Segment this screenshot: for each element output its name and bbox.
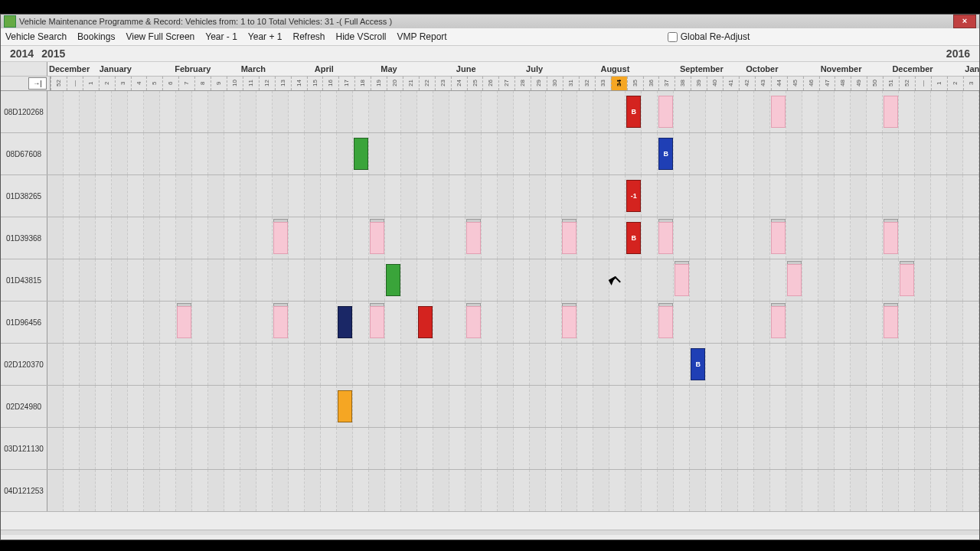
grid-cell[interactable]	[289, 133, 305, 174]
grid-cell[interactable]	[899, 302, 915, 343]
grid-cell[interactable]	[963, 470, 979, 511]
grid-cell[interactable]	[626, 470, 642, 511]
schedule-block[interactable]: B	[626, 222, 641, 254]
grid-cell[interactable]	[433, 133, 449, 174]
grid-cell[interactable]	[530, 386, 546, 427]
grid-cell[interactable]	[947, 428, 963, 469]
grid-cell[interactable]	[224, 470, 240, 511]
grid-cell[interactable]	[754, 259, 770, 301]
vehicle-id[interactable]: 08D67608	[1, 133, 47, 174]
grid-cell[interactable]	[128, 428, 144, 469]
vehicle-id[interactable]: 02D24980	[1, 386, 47, 427]
grid-cell[interactable]	[963, 91, 979, 132]
grid-cell[interactable]	[754, 386, 770, 427]
grid-cell[interactable]	[176, 217, 192, 259]
grid-cell[interactable]	[609, 259, 626, 301]
week-cell[interactable]: 43	[755, 77, 771, 90]
grid-cell[interactable]	[851, 175, 867, 217]
grid-cell[interactable]	[192, 470, 208, 511]
grid-cell[interactable]	[321, 344, 337, 385]
grid-cell[interactable]	[593, 344, 609, 385]
week-cell[interactable]: 44	[771, 77, 787, 90]
grid-cell[interactable]	[754, 302, 770, 343]
grid-cell[interactable]	[642, 217, 658, 259]
grid-cell[interactable]	[546, 428, 562, 469]
grid-cell[interactable]	[47, 217, 64, 259]
grid-cell[interactable]	[754, 470, 770, 511]
grid-cell[interactable]	[609, 386, 626, 427]
week-cell[interactable]: 3	[115, 77, 131, 90]
grid-cell[interactable]	[47, 344, 64, 385]
grid-cell[interactable]	[273, 428, 289, 469]
week-cell[interactable]: 38	[675, 77, 691, 90]
menu-view-full-screen[interactable]: View Full Screen	[126, 31, 194, 42]
grid-cell[interactable]	[562, 133, 578, 174]
grid-cell[interactable]	[273, 470, 289, 511]
grid-cell[interactable]	[192, 91, 208, 132]
grid-cell[interactable]	[706, 91, 722, 132]
week-cell[interactable]: 41	[723, 77, 739, 90]
grid-cell[interactable]	[802, 175, 818, 217]
grid-cell[interactable]	[256, 386, 273, 427]
grid-cell[interactable]	[577, 470, 593, 511]
grid-cell[interactable]	[337, 175, 353, 217]
grid-cell[interactable]	[144, 344, 160, 385]
grid-cell[interactable]	[674, 386, 690, 427]
grid-cell[interactable]	[144, 259, 160, 301]
grid-cell[interactable]	[722, 428, 738, 469]
grid-cell[interactable]	[128, 470, 144, 511]
grid-cell[interactable]	[498, 344, 514, 385]
grid-cell[interactable]	[867, 217, 883, 259]
grid-cell[interactable]	[433, 302, 449, 343]
grid-cell[interactable]	[577, 175, 593, 217]
grid-cell[interactable]	[722, 91, 738, 132]
grid-cell[interactable]	[915, 133, 931, 174]
grid-cell[interactable]	[626, 133, 642, 174]
grid-cell[interactable]	[337, 259, 353, 301]
grid-cell[interactable]	[851, 133, 867, 174]
grid-cell[interactable]	[963, 302, 979, 343]
grid-cell[interactable]	[931, 91, 947, 132]
grid-cell[interactable]	[835, 428, 851, 469]
grid-cell[interactable]	[47, 133, 64, 174]
schedule-block[interactable]	[370, 222, 384, 254]
grid-cell[interactable]	[577, 91, 593, 132]
grid-cell[interactable]	[144, 133, 160, 174]
grid-cell[interactable]	[835, 470, 851, 511]
grid-cell[interactable]	[305, 386, 321, 427]
grid-cell[interactable]	[722, 175, 738, 217]
grid-cell[interactable]	[802, 133, 818, 174]
grid-cell[interactable]	[915, 386, 931, 427]
grid-cell[interactable]	[224, 386, 240, 427]
grid-cell[interactable]	[96, 428, 112, 469]
schedule-block[interactable]	[787, 264, 802, 296]
grid-cell[interactable]	[273, 175, 289, 217]
grid-cell[interactable]	[546, 217, 562, 259]
row-cells[interactable]	[47, 386, 979, 427]
week-cell[interactable]: 8	[194, 77, 211, 90]
week-cell[interactable]: 52	[899, 77, 915, 90]
grid-cell[interactable]	[385, 428, 401, 469]
schedule-block[interactable]: B	[691, 348, 705, 380]
schedule-block[interactable]: B	[626, 96, 641, 128]
grid-cell[interactable]	[786, 344, 802, 385]
grid-cell[interactable]	[353, 470, 369, 511]
schedule-block[interactable]: B	[658, 138, 673, 170]
grid-cell[interactable]	[321, 133, 337, 174]
grid-cell[interactable]	[706, 428, 722, 469]
grid-cell[interactable]	[883, 344, 899, 385]
week-cell[interactable]: 25	[467, 77, 483, 90]
grid-cell[interactable]	[754, 133, 770, 174]
grid-cell[interactable]	[947, 344, 963, 385]
grid-cell[interactable]	[851, 344, 867, 385]
week-cell[interactable]: 7	[178, 77, 194, 90]
row-cells[interactable]	[47, 259, 979, 301]
grid-cell[interactable]	[915, 259, 931, 301]
week-cell[interactable]: 29	[531, 77, 547, 90]
grid-cell[interactable]	[963, 386, 979, 427]
grid-cell[interactable]	[208, 344, 224, 385]
grid-cell[interactable]	[160, 91, 176, 132]
grid-cell[interactable]	[642, 259, 658, 301]
grid-cell[interactable]	[482, 470, 498, 511]
grid-cell[interactable]	[690, 428, 706, 469]
